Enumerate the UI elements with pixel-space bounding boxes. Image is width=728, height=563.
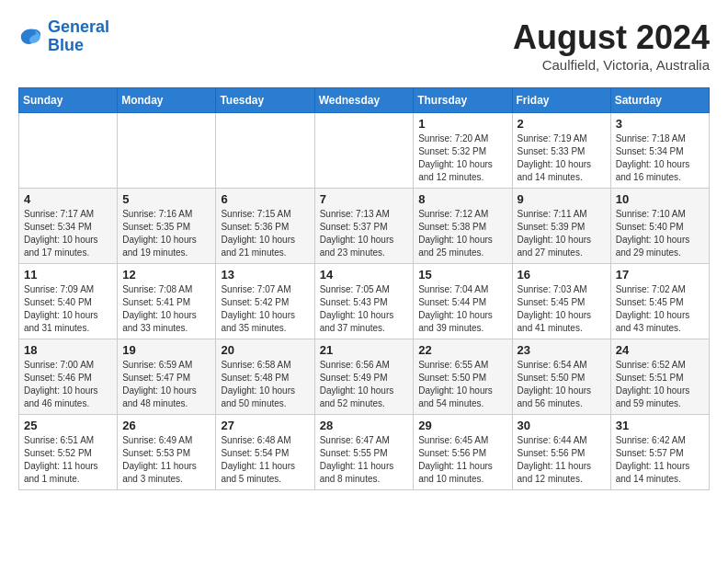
day-info: Sunrise: 7:13 AM Sunset: 5:37 PM Dayligh… — [320, 208, 409, 259]
day-number: 3 — [616, 117, 704, 131]
day-info: Sunrise: 7:18 AM Sunset: 5:34 PM Dayligh… — [616, 132, 704, 184]
day-info: Sunrise: 6:59 AM Sunset: 5:47 PM Dayligh… — [122, 359, 210, 410]
week-row-5: 25Sunrise: 6:51 AM Sunset: 5:52 PM Dayli… — [19, 415, 710, 490]
header-cell-thursday: Thursday — [414, 88, 512, 113]
header-cell-monday: Monday — [118, 88, 216, 113]
title-block: August 2024 Caulfield, Victoria, Austral… — [513, 18, 710, 73]
day-cell: 19Sunrise: 6:59 AM Sunset: 5:47 PM Dayli… — [118, 339, 216, 415]
header-cell-saturday: Saturday — [610, 88, 709, 113]
day-info: Sunrise: 6:48 AM Sunset: 5:54 PM Dayligh… — [221, 434, 309, 486]
day-cell: 2Sunrise: 7:19 AM Sunset: 5:33 PM Daylig… — [512, 113, 610, 189]
day-cell: 1Sunrise: 7:20 AM Sunset: 5:32 PM Daylig… — [414, 113, 512, 189]
day-number: 1 — [418, 117, 506, 131]
day-cell: 29Sunrise: 6:45 AM Sunset: 5:56 PM Dayli… — [414, 415, 512, 490]
logo-line2: Blue — [48, 36, 84, 54]
day-info: Sunrise: 7:12 AM Sunset: 5:38 PM Dayligh… — [418, 208, 506, 259]
day-info: Sunrise: 7:00 AM Sunset: 5:46 PM Dayligh… — [24, 359, 112, 410]
header-cell-sunday: Sunday — [19, 88, 118, 113]
day-info: Sunrise: 7:15 AM Sunset: 5:36 PM Dayligh… — [221, 208, 309, 259]
day-info: Sunrise: 6:51 AM Sunset: 5:52 PM Dayligh… — [24, 434, 112, 486]
day-cell: 7Sunrise: 7:13 AM Sunset: 5:37 PM Daylig… — [314, 189, 414, 264]
day-cell — [314, 113, 414, 189]
day-cell: 18Sunrise: 7:00 AM Sunset: 5:46 PM Dayli… — [19, 339, 118, 415]
day-number: 4 — [24, 192, 112, 206]
day-cell: 20Sunrise: 6:58 AM Sunset: 5:48 PM Dayli… — [216, 339, 314, 415]
calendar-table: SundayMondayTuesdayWednesdayThursdayFrid… — [18, 87, 710, 490]
day-number: 19 — [122, 343, 210, 357]
day-info: Sunrise: 7:20 AM Sunset: 5:32 PM Dayligh… — [418, 132, 506, 184]
logo-text: General Blue — [48, 18, 109, 55]
day-cell: 22Sunrise: 6:55 AM Sunset: 5:50 PM Dayli… — [414, 339, 512, 415]
day-info: Sunrise: 6:58 AM Sunset: 5:48 PM Dayligh… — [221, 359, 309, 410]
day-number: 20 — [221, 343, 309, 357]
day-cell: 12Sunrise: 7:08 AM Sunset: 5:41 PM Dayli… — [118, 264, 216, 339]
day-cell: 11Sunrise: 7:09 AM Sunset: 5:40 PM Dayli… — [19, 264, 118, 339]
day-number: 18 — [24, 343, 112, 357]
day-cell: 28Sunrise: 6:47 AM Sunset: 5:55 PM Dayli… — [314, 415, 414, 490]
day-number: 29 — [418, 419, 506, 432]
day-cell: 9Sunrise: 7:11 AM Sunset: 5:39 PM Daylig… — [512, 189, 610, 264]
week-row-2: 4Sunrise: 7:17 AM Sunset: 5:34 PM Daylig… — [19, 189, 710, 264]
day-cell: 4Sunrise: 7:17 AM Sunset: 5:34 PM Daylig… — [19, 189, 118, 264]
header-row: SundayMondayTuesdayWednesdayThursdayFrid… — [19, 88, 710, 113]
day-cell: 23Sunrise: 6:54 AM Sunset: 5:50 PM Dayli… — [512, 339, 610, 415]
day-info: Sunrise: 7:07 AM Sunset: 5:42 PM Dayligh… — [221, 283, 309, 335]
day-number: 17 — [616, 268, 704, 282]
day-info: Sunrise: 7:05 AM Sunset: 5:43 PM Dayligh… — [320, 283, 409, 335]
day-cell: 16Sunrise: 7:03 AM Sunset: 5:45 PM Dayli… — [512, 264, 610, 339]
day-cell: 15Sunrise: 7:04 AM Sunset: 5:44 PM Dayli… — [414, 264, 512, 339]
day-number: 27 — [221, 419, 309, 432]
day-cell: 30Sunrise: 6:44 AM Sunset: 5:56 PM Dayli… — [512, 415, 610, 490]
day-number: 23 — [518, 343, 606, 357]
day-cell: 3Sunrise: 7:18 AM Sunset: 5:34 PM Daylig… — [610, 113, 709, 189]
day-number: 16 — [518, 268, 606, 282]
day-info: Sunrise: 6:44 AM Sunset: 5:56 PM Dayligh… — [518, 434, 606, 486]
week-row-3: 11Sunrise: 7:09 AM Sunset: 5:40 PM Dayli… — [19, 264, 710, 339]
calendar-header: SundayMondayTuesdayWednesdayThursdayFrid… — [19, 88, 710, 113]
day-number: 28 — [320, 419, 409, 432]
day-number: 24 — [616, 343, 704, 357]
header-cell-wednesday: Wednesday — [314, 88, 414, 113]
day-number: 30 — [518, 419, 606, 432]
day-cell: 5Sunrise: 7:16 AM Sunset: 5:35 PM Daylig… — [118, 189, 216, 264]
day-info: Sunrise: 6:52 AM Sunset: 5:51 PM Dayligh… — [616, 359, 704, 410]
day-number: 13 — [221, 268, 309, 282]
location-subtitle: Caulfield, Victoria, Australia — [513, 57, 710, 73]
day-info: Sunrise: 6:54 AM Sunset: 5:50 PM Dayligh… — [518, 359, 606, 410]
day-cell — [19, 113, 118, 189]
day-number: 31 — [616, 419, 704, 432]
day-number: 14 — [320, 268, 409, 282]
day-number: 9 — [518, 192, 606, 206]
day-info: Sunrise: 7:09 AM Sunset: 5:40 PM Dayligh… — [24, 283, 112, 335]
day-number: 25 — [24, 419, 112, 432]
day-info: Sunrise: 7:11 AM Sunset: 5:39 PM Dayligh… — [518, 208, 606, 259]
day-number: 15 — [418, 268, 506, 282]
week-row-1: 1Sunrise: 7:20 AM Sunset: 5:32 PM Daylig… — [19, 113, 710, 189]
day-info: Sunrise: 7:17 AM Sunset: 5:34 PM Dayligh… — [24, 208, 112, 259]
day-cell — [118, 113, 216, 189]
day-cell: 25Sunrise: 6:51 AM Sunset: 5:52 PM Dayli… — [19, 415, 118, 490]
header-cell-tuesday: Tuesday — [216, 88, 314, 113]
day-info: Sunrise: 6:47 AM Sunset: 5:55 PM Dayligh… — [320, 434, 409, 486]
day-number: 2 — [518, 117, 606, 131]
day-number: 11 — [24, 268, 112, 282]
logo-line1: General — [48, 17, 109, 36]
calendar-body: 1Sunrise: 7:20 AM Sunset: 5:32 PM Daylig… — [19, 113, 710, 490]
day-cell: 13Sunrise: 7:07 AM Sunset: 5:42 PM Dayli… — [216, 264, 314, 339]
day-cell: 6Sunrise: 7:15 AM Sunset: 5:36 PM Daylig… — [216, 189, 314, 264]
day-cell: 8Sunrise: 7:12 AM Sunset: 5:38 PM Daylig… — [414, 189, 512, 264]
day-number: 8 — [418, 192, 506, 206]
day-info: Sunrise: 6:55 AM Sunset: 5:50 PM Dayligh… — [418, 359, 506, 410]
day-cell: 14Sunrise: 7:05 AM Sunset: 5:43 PM Dayli… — [314, 264, 414, 339]
day-info: Sunrise: 7:04 AM Sunset: 5:44 PM Dayligh… — [418, 283, 506, 335]
day-info: Sunrise: 6:45 AM Sunset: 5:56 PM Dayligh… — [418, 434, 506, 486]
day-info: Sunrise: 7:08 AM Sunset: 5:41 PM Dayligh… — [122, 283, 210, 335]
logo-icon — [18, 24, 44, 50]
page-header: General Blue August 2024 Caulfield, Vict… — [18, 18, 710, 73]
day-number: 22 — [418, 343, 506, 357]
day-info: Sunrise: 7:19 AM Sunset: 5:33 PM Dayligh… — [518, 132, 606, 184]
day-cell — [216, 113, 314, 189]
day-cell: 27Sunrise: 6:48 AM Sunset: 5:54 PM Dayli… — [216, 415, 314, 490]
day-number: 6 — [221, 192, 309, 206]
day-cell: 31Sunrise: 6:42 AM Sunset: 5:57 PM Dayli… — [610, 415, 709, 490]
